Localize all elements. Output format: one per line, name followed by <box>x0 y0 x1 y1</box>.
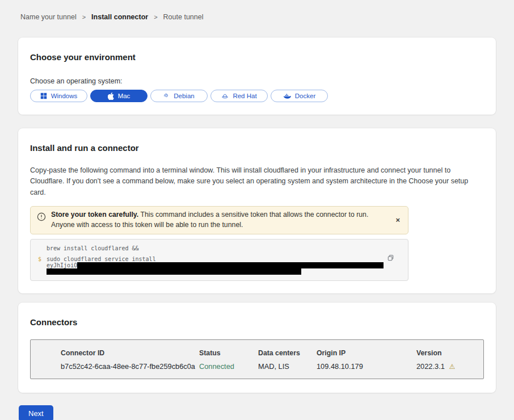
os-button-windows[interactable]: Windows <box>30 90 87 102</box>
alert-circle-icon <box>37 212 46 224</box>
token-warning-banner: Store your token carefully. This command… <box>30 206 408 234</box>
breadcrumb-step-install-connector[interactable]: Install connector <box>91 13 148 21</box>
os-button-mac[interactable]: Mac <box>90 90 148 102</box>
origin-ip-value: 109.48.10.179 <box>317 362 416 371</box>
breadcrumb-separator: > <box>82 14 86 20</box>
os-button-group: Windows Mac Debian Red Hat Docker <box>30 90 484 102</box>
breadcrumb-step-name-tunnel[interactable]: Name your tunnel <box>20 13 77 21</box>
os-button-debian[interactable]: Debian <box>150 90 208 102</box>
os-button-label: Windows <box>51 93 78 99</box>
os-button-docker[interactable]: Docker <box>271 90 328 102</box>
redaction-bar <box>77 262 384 268</box>
os-button-redhat[interactable]: Red Hat <box>210 90 268 102</box>
token-warning-title: Store your token carefully. <box>51 211 138 219</box>
data-centers-value: MAD, LIS <box>258 362 317 371</box>
column-header-origin-ip: Origin IP <box>317 349 416 358</box>
code-line-brew: brew install cloudflared && <box>38 245 400 251</box>
status-badge: Connected <box>199 362 258 371</box>
choose-environment-card: Choose your environment Choose an operat… <box>18 37 496 115</box>
os-button-label: Red Hat <box>233 93 256 99</box>
redaction-bar <box>47 268 301 275</box>
column-header-connector-id: Connector ID <box>61 349 199 358</box>
next-button[interactable]: Next <box>19 405 53 420</box>
column-header-data-centers: Data centers <box>258 349 317 358</box>
breadcrumb-step-route-tunnel[interactable]: Route tunnel <box>163 13 204 21</box>
install-command-block: brew install cloudflared && $ sudo cloud… <box>30 239 408 281</box>
debian-icon <box>163 93 170 99</box>
connector-id-value: b7c52c42-6caa-48ee-8c77-fbe259cb6c0a <box>61 362 199 371</box>
table-header-row: Connector ID Status Data centers Origin … <box>61 349 483 358</box>
column-header-version: Version <box>416 349 483 358</box>
code-line-token-2 <box>38 268 400 275</box>
os-button-label: Docker <box>295 93 315 99</box>
warning-triangle-icon: ⚠ <box>449 363 455 371</box>
install-card-title: Install and run a connector <box>30 143 484 153</box>
connectors-card-title: Connectors <box>30 317 484 327</box>
redhat-icon <box>221 93 229 99</box>
os-button-label: Debian <box>174 93 194 99</box>
code-text: sudo cloudflared service install <box>47 256 156 262</box>
windows-icon <box>40 93 47 99</box>
breadcrumb-separator: > <box>154 14 157 20</box>
shell-prompt: $ <box>38 256 47 262</box>
token-text: eyJhIjoiO <box>47 262 77 268</box>
close-icon[interactable]: × <box>394 216 401 224</box>
install-connector-card: Install and run a connector Copy-paste t… <box>18 128 496 293</box>
os-select-label: Choose an operating system: <box>30 77 484 86</box>
breadcrumb: Name your tunnel > Install connector > R… <box>0 0 514 21</box>
environment-card-title: Choose your environment <box>30 52 484 62</box>
version-cell: 2022.3.1 ⚠ <box>416 362 483 371</box>
column-header-status: Status <box>199 349 258 358</box>
code-line-token: eyJhIjoiO <box>38 262 400 268</box>
apple-icon <box>108 93 114 100</box>
copy-icon[interactable] <box>387 254 394 263</box>
version-value: 2022.3.1 <box>416 362 445 371</box>
connectors-card: Connectors Connector ID Status Data cent… <box>18 303 496 393</box>
code-line-sudo: $ sudo cloudflared service install <box>38 256 400 262</box>
docker-icon <box>283 93 291 99</box>
code-text: brew install cloudflared && <box>47 245 139 251</box>
os-button-label: Mac <box>118 93 130 99</box>
connectors-table: Connector ID Status Data centers Origin … <box>30 339 484 379</box>
token-warning-text: Store your token carefully. This command… <box>51 210 389 230</box>
install-description: Copy-paste the following command into a … <box>30 165 484 198</box>
table-row: b7c52c42-6caa-48ee-8c77-fbe259cb6c0a Con… <box>61 358 483 371</box>
